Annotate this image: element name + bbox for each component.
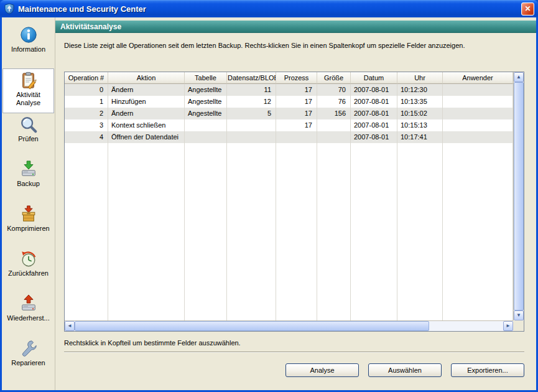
table-cell: 11 — [227, 84, 276, 96]
scroll-right-button[interactable]: ► — [503, 321, 513, 331]
table-cell: 10:15:13 — [397, 119, 443, 131]
table-cell — [227, 131, 276, 143]
table-row[interactable]: 0ÄndernAngestellte1117702007-08-0110:12:… — [65, 84, 513, 96]
column-header-gr-e[interactable]: Größe — [317, 72, 351, 84]
table-cell: 10:12:30 — [397, 84, 443, 96]
table-cell: Angestellte — [185, 108, 227, 119]
table-cell — [443, 131, 513, 143]
column-header-tabelle[interactable]: Tabelle — [185, 72, 227, 84]
auswaehlen-button[interactable]: Auswählen — [368, 363, 442, 377]
table-cell — [185, 119, 227, 131]
column-header-datum[interactable]: Datum — [351, 72, 397, 84]
table-cell: Kontext schließen — [108, 119, 185, 131]
table-cell: 10:17:41 — [397, 131, 443, 143]
sidebar-item-label: Komprimieren — [6, 225, 50, 233]
table-cell: 0 — [65, 84, 108, 96]
column-header-aktion[interactable]: Aktion — [108, 72, 185, 84]
sidebar-item-label: Information — [10, 45, 47, 54]
titlebar[interactable]: Maintenance und Security Center ✕ — [0, 0, 538, 17]
table-cell — [317, 131, 351, 143]
table-cell — [443, 119, 513, 131]
scroll-left-button[interactable]: ◄ — [65, 321, 75, 331]
window-body: Information Aktivität Analyse — [2, 17, 536, 390]
table-header-row: Operation #AktionTabelleDatensatz/BLOBPr… — [65, 72, 513, 84]
sidebar-item-label: Wiederherst... — [6, 314, 50, 322]
table-cell-empty — [108, 143, 185, 320]
column-header-datensatz-blob[interactable]: Datensatz/BLOB — [227, 72, 276, 84]
table-cell: 2007-08-01 — [351, 131, 397, 143]
sidebar-item-reparieren[interactable]: Reparieren — [2, 337, 54, 382]
sidebar-item-wiederherstellen[interactable]: Wiederherst... — [2, 292, 54, 337]
table-cell: 17 — [276, 84, 317, 96]
operations-table: Operation #AktionTabelleDatensatz/BLOBPr… — [64, 72, 524, 332]
sidebar-item-komprimieren[interactable]: Komprimieren — [2, 203, 54, 248]
table-cell: 17 — [276, 119, 317, 131]
table-cell: Ändern — [108, 84, 185, 96]
column-header-operation-[interactable]: Operation # — [65, 72, 108, 84]
table-cell-empty — [443, 143, 513, 320]
sidebar-item-information[interactable]: Information — [2, 24, 54, 68]
table-cell: 2007-08-01 — [351, 96, 397, 108]
info-icon — [19, 26, 38, 44]
compact-icon — [19, 205, 38, 223]
scrollbar-corner — [513, 320, 524, 331]
sidebar-item-backup[interactable]: Backup — [2, 158, 54, 203]
sidebar-item-label: Zurückfahren — [7, 269, 50, 278]
table-cell-empty — [185, 143, 227, 320]
table-cell — [227, 119, 276, 131]
scroll-up-button[interactable]: ▲ — [514, 72, 524, 82]
table-cell-empty — [276, 143, 317, 320]
horizontal-scroll-track[interactable] — [429, 321, 503, 331]
table-cell: 76 — [317, 96, 351, 108]
table-cell — [317, 119, 351, 131]
table-cell-empty — [65, 143, 108, 320]
description-text: Diese Liste zeigt alle Operationen seit … — [64, 42, 524, 49]
table-cell-empty — [351, 143, 397, 320]
column-header-uhr[interactable]: Uhr — [397, 72, 443, 84]
table-cell-empty — [397, 143, 443, 320]
sidebar-item-zurueckfahren[interactable]: Zurückfahren — [2, 248, 54, 292]
sidebar: Information Aktivität Analyse — [2, 17, 55, 390]
vertical-scroll-thumb[interactable] — [514, 82, 524, 310]
table-row[interactable]: 3Kontext schließen172007-08-0110:15:13 — [65, 119, 513, 131]
table-cell — [276, 131, 317, 143]
table-cell: 2007-08-01 — [351, 119, 397, 131]
analyse-button[interactable]: Analyse — [285, 363, 359, 377]
table-cell: 156 — [317, 108, 351, 119]
repair-icon — [19, 339, 38, 358]
restore-icon — [19, 294, 38, 313]
table-cell: 12 — [227, 96, 276, 108]
table-cell: 2007-08-01 — [351, 84, 397, 96]
horizontal-scrollbar[interactable]: ◄ ► — [65, 320, 513, 331]
table-cell: 70 — [317, 84, 351, 96]
vertical-scrollbar[interactable]: ▲ ▼ — [513, 72, 524, 320]
table-cell: Hinzufügen — [108, 96, 185, 108]
table-row[interactable]: 1HinzufügenAngestellte1217762007-08-0110… — [65, 96, 513, 108]
rollback-icon — [19, 250, 38, 268]
table-cell: 17 — [276, 96, 317, 108]
separator — [64, 352, 524, 353]
table-cell — [443, 108, 513, 119]
footer-note: Rechtsklick in Kopfteil um bestimmte Fel… — [64, 339, 536, 347]
shield-app-icon — [4, 3, 15, 14]
sidebar-item-pruefen[interactable]: Prüfen — [2, 113, 54, 158]
table-cell: 2007-08-01 — [351, 108, 397, 119]
close-button[interactable]: ✕ — [521, 2, 534, 16]
table-row[interactable]: 4Öffnen der Datendatei2007-08-0110:17:41 — [65, 131, 513, 143]
exportieren-button[interactable]: Exportieren... — [451, 363, 524, 377]
table-cell — [185, 131, 227, 143]
column-header-prozess[interactable]: Prozess — [276, 72, 317, 84]
column-header-anwender[interactable]: Anwender — [443, 72, 513, 84]
main-panel: Aktivitätsanalyse Diese Liste zeigt alle… — [55, 17, 536, 390]
sidebar-item-aktivitaet-analyse[interactable]: Aktivität Analyse — [2, 68, 54, 113]
window-title: Maintenance und Security Center — [18, 4, 146, 14]
table-cell: 10:13:35 — [397, 96, 443, 108]
horizontal-scroll-thumb[interactable] — [75, 321, 429, 331]
sidebar-item-label: Reparieren — [10, 359, 46, 367]
table-row[interactable]: 2ÄndernAngestellte5171562007-08-0110:15:… — [65, 108, 513, 119]
sidebar-item-label: Prüfen — [17, 135, 39, 143]
scroll-down-button[interactable]: ▼ — [514, 310, 524, 320]
table-cell: Öffnen der Datendatei — [108, 131, 185, 143]
table-cell: 1 — [65, 96, 108, 108]
table-empty-area — [65, 143, 513, 320]
